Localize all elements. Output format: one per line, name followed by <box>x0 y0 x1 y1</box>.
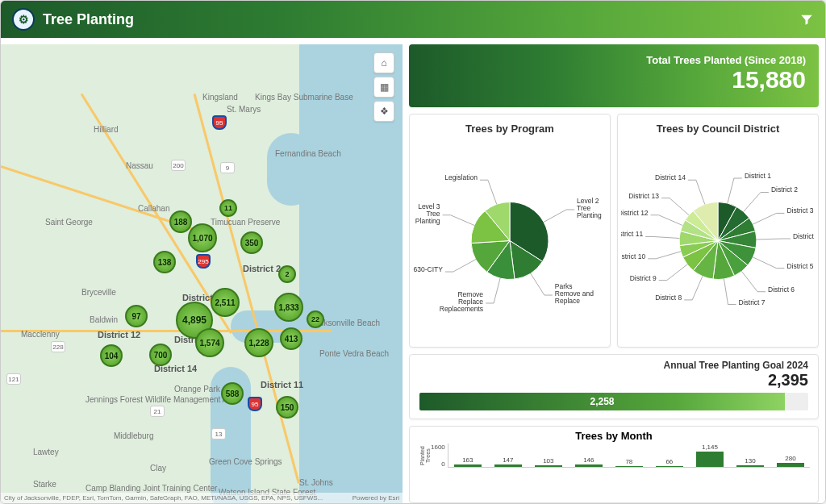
map-label: Orange Park <box>174 385 220 394</box>
map-label: Ponte Vedra Beach <box>319 349 376 358</box>
attribution-esri: Powered by Esri <box>353 494 399 502</box>
district-pie-chart[interactable]: District 1District 2District 3District 4… <box>621 140 815 339</box>
cluster-marker[interactable]: 413 <box>280 327 302 350</box>
map-label: Callahan <box>138 204 169 213</box>
bar-column[interactable]: 163 <box>448 444 487 467</box>
map-label: District 11 <box>261 380 303 389</box>
bar <box>736 465 764 467</box>
bar-column[interactable]: 130 <box>731 444 770 467</box>
side-panel: Total Trees Planted (Since 2018) 15,880 … <box>409 44 819 503</box>
total-label: Total Trees Planted (Since 2018) <box>422 54 806 66</box>
bar-value-label: 103 <box>543 457 553 464</box>
pie-label: RemoveReplaceReplacements <box>440 290 484 313</box>
y-axis-label: Planted Trees <box>418 444 431 468</box>
bar <box>535 465 562 467</box>
bar-column[interactable]: 1,145 <box>690 444 729 467</box>
cluster-marker[interactable]: 350 <box>240 231 263 254</box>
highway-shield: 200 <box>171 160 186 171</box>
map-label: Clay <box>150 464 166 473</box>
pie-label: Level 3TreePlanting <box>415 202 440 225</box>
goal-card: Annual Tree Planting Goal 2024 2,395 2,2… <box>409 354 819 419</box>
bar-value-label: 130 <box>745 457 755 464</box>
pie-label: ParksRemove andReplace <box>555 282 594 305</box>
map-label: Middleburg <box>114 431 153 440</box>
cluster-marker[interactable]: 22 <box>307 310 324 328</box>
chart-title: Trees by Council District <box>657 123 779 135</box>
map-label: District 12 <box>98 330 140 339</box>
highway-shield: 121 <box>6 373 21 385</box>
map-label: Green Cove Springs <box>209 457 265 466</box>
cluster-marker[interactable]: 1,574 <box>195 328 224 357</box>
bar-column[interactable]: 66 <box>650 444 689 467</box>
bar-value-label: 147 <box>503 456 513 464</box>
bar-column[interactable]: 103 <box>529 444 568 467</box>
cluster-marker[interactable]: 1,070 <box>188 223 217 252</box>
bar <box>615 466 643 467</box>
map-label: Camp Blanding Joint Training Center <box>86 484 142 493</box>
total-value: 15,880 <box>422 66 806 94</box>
cluster-marker[interactable]: 97 <box>125 305 148 327</box>
filter-icon[interactable] <box>799 12 814 27</box>
map-label: District 2 <box>243 264 281 273</box>
highway-shield: 9 <box>220 162 235 173</box>
map-label: Hilliard <box>94 125 119 134</box>
basemap-button[interactable]: ▦ <box>373 77 394 98</box>
bar-value-label: 66 <box>665 458 673 465</box>
cluster-marker[interactable]: 11 <box>219 199 237 217</box>
cluster-marker[interactable]: 188 <box>169 210 192 233</box>
map-label: Lawtey <box>33 448 59 456</box>
pie-row: Trees by Program Level 2TreePlantingPark… <box>409 114 819 348</box>
map-panel[interactable]: 95 295 95 228 200 9 21 13 121 KingslandK… <box>1 44 403 503</box>
map-label: Kingsland <box>202 93 238 102</box>
bar <box>696 452 724 467</box>
pie-label: District 9 <box>630 274 657 282</box>
map-label: Bryceville <box>81 288 116 297</box>
bar-column[interactable]: 78 <box>610 444 649 467</box>
pie-label: District 12 <box>621 209 649 217</box>
body: 95 295 95 228 200 9 21 13 121 KingslandK… <box>1 38 825 503</box>
goal-label: Annual Tree Planting Goal 2024 <box>419 360 808 371</box>
map-label: Fernandina Beach <box>275 149 332 158</box>
cluster-marker[interactable]: 138 <box>153 251 176 273</box>
pie-label: District 13 <box>628 192 659 200</box>
map-label: Macclenny <box>21 330 60 339</box>
map-label: St. Johns <box>299 478 333 487</box>
map-label: St. Marys <box>227 105 261 114</box>
pie-label: District 7 <box>739 298 766 306</box>
app-header: ⚙ Tree Planting <box>1 1 825 38</box>
map-label: Timucuan Preserve <box>211 218 267 227</box>
pie-label: District 3 <box>786 206 813 215</box>
trees-by-month-card: Trees by Month Planted Trees 1600 0 1631… <box>409 426 819 503</box>
bar-column[interactable]: 280 <box>771 444 810 467</box>
map-label: Jennings Forest Wildlife Management Area <box>86 395 142 404</box>
bar-value-label: 146 <box>583 456 594 464</box>
bar-column[interactable]: 147 <box>489 444 528 467</box>
bar-value-label: 280 <box>785 455 795 462</box>
cluster-marker[interactable]: 104 <box>100 344 123 367</box>
map-attribution: City of Jacksonville, FDEP, Esri, TomTom… <box>1 493 403 503</box>
chart-title: Trees by Program <box>465 123 554 135</box>
bar <box>494 464 522 467</box>
pie-label: District 4 <box>793 232 815 240</box>
cluster-marker[interactable]: 150 <box>276 396 298 419</box>
attribution-sources: City of Jacksonville, FDEP, Esri, TomTom… <box>4 494 323 502</box>
home-extent-button[interactable]: ⌂ <box>373 52 394 73</box>
bar <box>656 466 683 467</box>
cluster-marker[interactable]: 2,511 <box>211 288 240 317</box>
layers-button[interactable]: ❖ <box>373 101 394 122</box>
cluster-marker[interactable]: 1,228 <box>244 328 273 357</box>
map-label: Baldwin <box>90 315 118 324</box>
pie-label: District 6 <box>768 285 795 294</box>
pie-label: District 14 <box>655 173 686 181</box>
bar-column[interactable]: 146 <box>569 444 608 467</box>
cluster-marker[interactable]: 1,833 <box>274 293 303 322</box>
cluster-marker[interactable]: 588 <box>221 382 244 405</box>
cluster-marker[interactable]: 700 <box>149 344 172 366</box>
pie-label: District 1 <box>745 172 771 180</box>
cluster-marker[interactable]: 2 <box>278 265 296 283</box>
app-root: ⚙ Tree Planting 95 295 95 228 20 <box>0 0 826 504</box>
bar-chart[interactable]: 16314710314678661,145130280 <box>448 444 810 468</box>
map-tools: ⌂ ▦ ❖ <box>373 52 394 122</box>
interstate-shield: 295 <box>196 254 211 269</box>
program-pie-chart[interactable]: Level 2TreePlantingParksRemove andReplac… <box>413 140 607 339</box>
